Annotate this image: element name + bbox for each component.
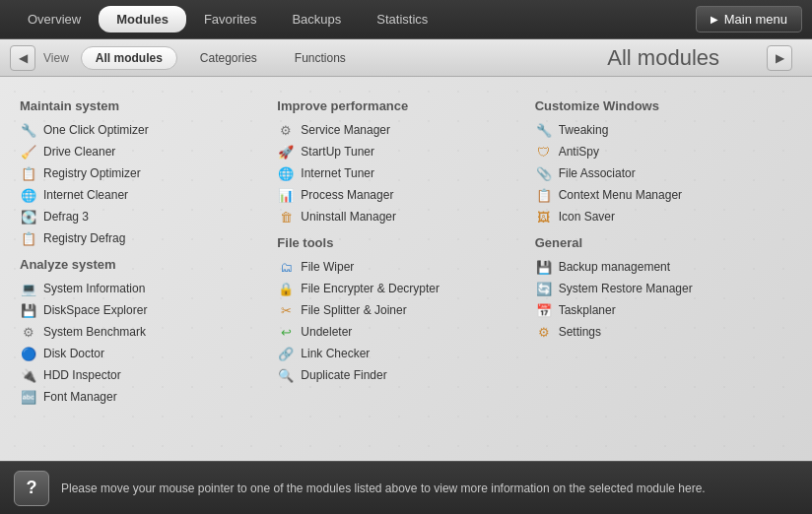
column-improve-filetools: Improve performance ⚙ Service Manager 🚀 …: [277, 91, 534, 408]
hdd-inspector-label: HDD Inspector: [43, 368, 121, 382]
pill-all-modules[interactable]: All modules: [81, 46, 177, 70]
system-benchmark-label: System Benchmark: [43, 325, 146, 339]
system-benchmark-icon: ⚙: [20, 323, 37, 341]
main-menu-button[interactable]: Main menu: [696, 6, 802, 32]
section-analyze-system: Analyze system: [20, 257, 277, 272]
system-information-label: System Information: [43, 282, 145, 295]
file-wiper-icon: 🗂: [277, 258, 295, 276]
tab-overview[interactable]: Overview: [10, 6, 99, 32]
tweaking-label: Tweaking: [559, 123, 609, 137]
column-maintain-analyze: Maintain system 🔧 One Click Optimizer 🧹 …: [20, 91, 277, 408]
system-restore-manager-icon: 🔄: [535, 280, 553, 297]
registry-defrag-icon: 📋: [20, 229, 37, 247]
settings-label: Settings: [559, 325, 601, 339]
section-improve-performance: Improve performance: [277, 98, 534, 113]
back-button[interactable]: ◀: [10, 45, 35, 71]
module-link-checker[interactable]: 🔗 Link Checker: [277, 343, 534, 364]
module-registry-defrag[interactable]: 📋 Registry Defrag: [20, 227, 277, 249]
module-startup-tuner[interactable]: 🚀 StartUp Tuner: [277, 141, 534, 162]
module-file-associator[interactable]: 📎 File Associator: [535, 162, 792, 184]
page-title: All modules: [607, 45, 719, 71]
module-diskspace-explorer[interactable]: 💾 DiskSpace Explorer: [20, 299, 277, 321]
module-file-encrypter[interactable]: 🔒 File Encrypter & Decrypter: [277, 278, 534, 299]
module-context-menu-manager[interactable]: 📋 Context Menu Manager: [535, 184, 792, 206]
internet-cleaner-icon: 🌐: [20, 186, 37, 204]
uninstall-manager-icon: 🗑: [277, 208, 295, 225]
pill-functions[interactable]: Functions: [280, 46, 361, 70]
module-undeleter[interactable]: ↩ Undeleter: [277, 321, 534, 343]
module-drive-cleaner[interactable]: 🧹 Drive Cleaner: [20, 141, 277, 162]
forward-button[interactable]: ▶: [767, 45, 792, 71]
module-icon-saver[interactable]: 🖼 Icon Saver: [535, 206, 792, 227]
context-menu-manager-icon: 📋: [535, 186, 553, 204]
module-internet-cleaner[interactable]: 🌐 Internet Cleaner: [20, 184, 277, 206]
module-disk-doctor[interactable]: 🔵 Disk Doctor: [20, 343, 277, 364]
module-one-click-optimizer[interactable]: 🔧 One Click Optimizer: [20, 119, 277, 141]
disk-doctor-icon: 🔵: [20, 345, 37, 362]
internet-cleaner-label: Internet Cleaner: [43, 188, 128, 202]
module-service-manager[interactable]: ⚙ Service Manager: [277, 119, 534, 141]
diskspace-explorer-label: DiskSpace Explorer: [43, 303, 147, 317]
one-click-optimizer-label: One Click Optimizer: [43, 123, 149, 137]
module-duplicate-finder[interactable]: 🔍 Duplicate Finder: [277, 364, 534, 386]
one-click-optimizer-icon: 🔧: [20, 121, 37, 139]
font-manager-label: Font Manager: [43, 390, 117, 404]
module-uninstall-manager[interactable]: 🗑 Uninstall Manager: [277, 206, 534, 227]
tab-favorites[interactable]: Favorites: [186, 6, 274, 32]
duplicate-finder-icon: 🔍: [277, 366, 295, 384]
status-bar: ? Please move your mouse pointer to one …: [0, 461, 812, 514]
module-registry-optimizer[interactable]: 📋 Registry Optimizer: [20, 162, 277, 184]
section-maintain-system: Maintain system: [20, 98, 277, 113]
module-settings[interactable]: ⚙ Settings: [535, 321, 792, 343]
status-text: Please move your mouse pointer to one of…: [61, 482, 706, 495]
icon-saver-icon: 🖼: [535, 208, 553, 225]
duplicate-finder-label: Duplicate Finder: [301, 368, 386, 382]
file-encrypter-label: File Encrypter & Decrypter: [301, 282, 440, 295]
font-manager-icon: 🔤: [20, 388, 37, 406]
link-checker-icon: 🔗: [277, 345, 295, 362]
module-defrag[interactable]: 💽 Defrag 3: [20, 206, 277, 227]
module-tweaking[interactable]: 🔧 Tweaking: [535, 119, 792, 141]
module-internet-tuner[interactable]: 🌐 Internet Tuner: [277, 162, 534, 184]
module-system-restore-manager[interactable]: 🔄 System Restore Manager: [535, 278, 792, 299]
defrag-label: Defrag 3: [43, 210, 89, 224]
file-associator-icon: 📎: [535, 164, 553, 182]
section-file-tools: File tools: [277, 235, 534, 250]
hdd-inspector-icon: 🔌: [20, 366, 37, 384]
taskplaner-icon: 📅: [535, 301, 553, 319]
module-file-wiper[interactable]: 🗂 File Wiper: [277, 256, 534, 278]
module-taskplaner[interactable]: 📅 Taskplaner: [535, 299, 792, 321]
module-system-benchmark[interactable]: ⚙ System Benchmark: [20, 321, 277, 343]
tab-modules[interactable]: Modules: [99, 6, 186, 32]
undeleter-label: Undeleter: [301, 325, 352, 339]
settings-icon: ⚙: [535, 323, 553, 341]
module-hdd-inspector[interactable]: 🔌 HDD Inspector: [20, 364, 277, 386]
module-backup-management[interactable]: 💾 Backup management: [535, 256, 792, 278]
startup-tuner-icon: 🚀: [277, 143, 295, 161]
internet-tuner-label: Internet Tuner: [301, 166, 374, 180]
file-splitter-label: File Splitter & Joiner: [301, 303, 406, 317]
uninstall-manager-label: Uninstall Manager: [301, 210, 396, 224]
pill-categories[interactable]: Categories: [185, 46, 272, 70]
icon-saver-label: Icon Saver: [559, 210, 615, 224]
backup-management-icon: 💾: [535, 258, 553, 276]
internet-tuner-icon: 🌐: [277, 164, 295, 182]
context-menu-manager-label: Context Menu Manager: [559, 188, 682, 202]
startup-tuner-label: StartUp Tuner: [301, 145, 374, 159]
defrag-icon: 💽: [20, 208, 37, 225]
file-splitter-icon: ✂: [277, 301, 295, 319]
module-font-manager[interactable]: 🔤 Font Manager: [20, 386, 277, 408]
module-process-manager[interactable]: 📊 Process Manager: [277, 184, 534, 206]
registry-optimizer-label: Registry Optimizer: [43, 166, 141, 180]
module-file-splitter[interactable]: ✂ File Splitter & Joiner: [277, 299, 534, 321]
help-icon[interactable]: ?: [14, 471, 49, 506]
module-antispy[interactable]: 🛡 AntiSpy: [535, 141, 792, 162]
tab-statistics[interactable]: Statistics: [359, 6, 445, 32]
tab-backups[interactable]: Backups: [274, 6, 359, 32]
module-system-information[interactable]: 💻 System Information: [20, 278, 277, 299]
section-general: General: [535, 235, 792, 250]
service-manager-icon: ⚙: [277, 121, 295, 139]
link-checker-label: Link Checker: [301, 347, 370, 360]
backup-management-label: Backup management: [559, 260, 670, 274]
modules-grid: Maintain system 🔧 One Click Optimizer 🧹 …: [20, 91, 792, 408]
